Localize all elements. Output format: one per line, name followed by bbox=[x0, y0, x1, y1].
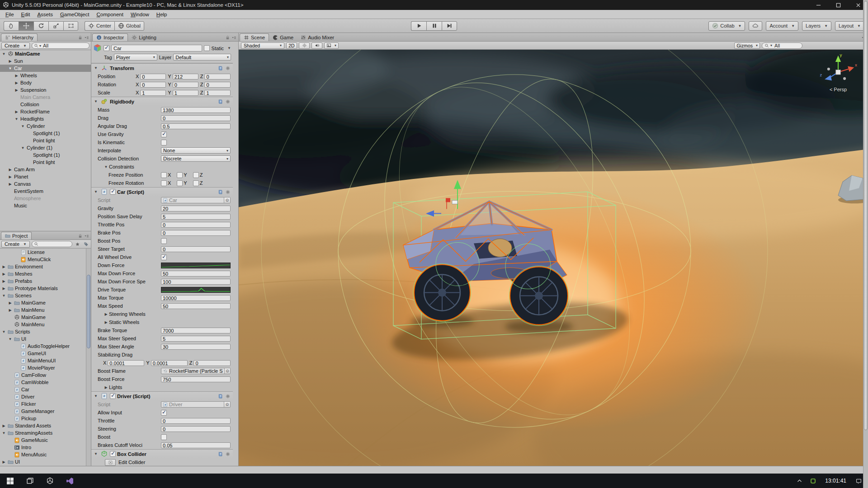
layers-button[interactable]: Layers▼ bbox=[802, 21, 831, 31]
scale-tool-button[interactable] bbox=[48, 21, 63, 31]
project-item-movieplayer[interactable]: #MoviePlayer bbox=[0, 364, 91, 371]
foldout-collapsed-icon[interactable]: ▶ bbox=[7, 308, 13, 312]
project-item-menumusic[interactable]: MenuMusic bbox=[0, 451, 91, 458]
foldout-expanded-icon[interactable]: ▼ bbox=[14, 117, 19, 121]
foldout-collapsed-icon[interactable]: ▶ bbox=[14, 74, 19, 78]
project-item-intro[interactable]: Intro bbox=[0, 444, 91, 451]
hierarchy-item-planet[interactable]: ▶Planet bbox=[0, 173, 91, 180]
taskbar-vs-icon[interactable] bbox=[60, 474, 80, 488]
car-script-y-field[interactable]: 0.0001 bbox=[151, 360, 188, 366]
project-item-standard-assets[interactable]: ▶Standard Assets bbox=[0, 422, 91, 429]
foldout-expanded-icon[interactable]: ▼ bbox=[1, 431, 7, 435]
scene-effects-button[interactable]: ▾ bbox=[324, 42, 339, 49]
allow-input-checkbox[interactable] bbox=[161, 410, 167, 416]
project-item-maingame[interactable]: MainGame bbox=[0, 314, 91, 321]
is-kinematic-checkbox[interactable] bbox=[161, 140, 167, 145]
hierarchy-item-spotlight-1[interactable]: Spotlight (1) bbox=[0, 130, 91, 137]
foldout-collapsed-icon[interactable]: ▶ bbox=[7, 182, 13, 186]
foldout-collapsed-icon[interactable]: ▶ bbox=[7, 59, 13, 63]
project-create-button[interactable]: Create▼ bbox=[1, 241, 30, 248]
component-enabled-checkbox[interactable] bbox=[110, 189, 116, 195]
steer-target-field[interactable]: 0 bbox=[161, 246, 231, 252]
menu-assets[interactable]: Assets bbox=[33, 12, 57, 17]
hierarchy-create-button[interactable]: Create▼ bbox=[1, 42, 30, 49]
foldout-expanded-icon[interactable]: ▼ bbox=[93, 66, 99, 70]
freeze-rotation-z-checkbox[interactable] bbox=[193, 180, 199, 186]
drag-field[interactable]: 0 bbox=[161, 115, 231, 121]
foldout-collapsed-icon[interactable]: ▶ bbox=[1, 286, 7, 291]
search-by-type-button[interactable] bbox=[74, 241, 81, 248]
steering-field[interactable]: 0 bbox=[161, 426, 231, 432]
hand-tool-button[interactable] bbox=[4, 21, 19, 31]
hierarchy-item-suspension[interactable]: ▶Suspension bbox=[0, 86, 91, 94]
start-button[interactable] bbox=[0, 474, 20, 488]
hierarchy-item-canvas[interactable]: ▶Canvas bbox=[0, 180, 91, 188]
menu-component[interactable]: Component bbox=[93, 12, 127, 17]
edit-collider-button[interactable] bbox=[105, 459, 116, 466]
foldout-collapsed-icon[interactable]: ▶ bbox=[103, 385, 109, 389]
layer-dropdown[interactable]: Default▾ bbox=[173, 54, 231, 61]
freeze-position-y-checkbox[interactable] bbox=[177, 172, 183, 178]
hierarchy-item-sun[interactable]: ▶Sun bbox=[0, 57, 91, 65]
project-item-camfollow[interactable]: #CamFollow bbox=[0, 371, 91, 379]
component-enabled-checkbox[interactable] bbox=[110, 451, 116, 457]
rotation-z-field[interactable]: 0 bbox=[204, 82, 231, 88]
drive-torque-curve-field[interactable] bbox=[161, 287, 231, 293]
scene-audio-button[interactable] bbox=[311, 42, 322, 49]
throttle-pos-field[interactable]: 0 bbox=[161, 222, 231, 228]
interpolate-dropdown[interactable]: None▾ bbox=[161, 147, 231, 154]
lock-icon[interactable] bbox=[78, 234, 83, 239]
hierarchy-item-cylinder[interactable]: ▼Cylinder bbox=[0, 122, 91, 130]
boost-flame-object-field[interactable]: RocketFlame (Particle S⊙ bbox=[161, 368, 231, 374]
menu-gameobject[interactable]: GameObject bbox=[57, 12, 93, 17]
brake-torque-field[interactable]: 7000 bbox=[161, 328, 231, 333]
menu-window[interactable]: Window bbox=[127, 12, 153, 17]
foldout-collapsed-icon[interactable]: ▶ bbox=[14, 110, 19, 114]
project-item-ui[interactable]: ▶UI bbox=[0, 458, 91, 465]
project-item-pickup[interactable]: #Pickup bbox=[0, 415, 91, 422]
hierarchy-item-cam-arm[interactable]: ▶Cam Arm bbox=[0, 166, 91, 173]
all-wheel-drive-checkbox[interactable] bbox=[161, 254, 167, 260]
hierarchy-item-point-light[interactable]: Point light bbox=[0, 137, 91, 144]
gameobject-active-checkbox[interactable] bbox=[104, 45, 109, 51]
hierarchy-item-headlights[interactable]: ▼Headlights bbox=[0, 115, 91, 122]
project-item-gameui[interactable]: #GameUI bbox=[0, 350, 91, 357]
scale-z-field[interactable]: 1 bbox=[204, 90, 231, 96]
search-by-label-button[interactable] bbox=[83, 241, 90, 248]
scene-orientation-gizmo[interactable]: y x z < Persp bbox=[816, 52, 861, 92]
play-button[interactable] bbox=[411, 21, 426, 31]
foldout-collapsed-icon[interactable]: ▶ bbox=[1, 265, 7, 269]
max-speed-field[interactable]: 50 bbox=[161, 303, 231, 309]
hierarchy-item-maingame[interactable]: ▼MainGame bbox=[0, 50, 91, 57]
foldout-expanded-icon[interactable]: ▼ bbox=[1, 330, 7, 334]
car-script-x-field[interactable]: 0.0001 bbox=[108, 360, 144, 366]
project-item-gamemanager[interactable]: #GameManager bbox=[0, 408, 91, 415]
pivot-center-button[interactable]: Center bbox=[85, 21, 114, 31]
layout-button[interactable]: Layout▼ bbox=[835, 21, 864, 31]
hierarchy-search-input[interactable]: ▾All bbox=[32, 42, 90, 49]
taskbar-unity-icon[interactable] bbox=[40, 474, 60, 488]
project-item-driver[interactable]: #Driver bbox=[0, 393, 91, 400]
foldout-collapsed-icon[interactable]: ▶ bbox=[103, 312, 109, 316]
panel-menu-icon[interactable] bbox=[231, 35, 236, 40]
tab-project[interactable]: Project bbox=[1, 232, 32, 239]
component-header-driver-script[interactable]: ▼#Driver (Script)? bbox=[91, 391, 233, 400]
position-save-delay-field[interactable]: 5 bbox=[161, 214, 231, 220]
pause-button[interactable] bbox=[426, 21, 442, 31]
component-header-rigidbody[interactable]: ▼Rigidbody? bbox=[91, 97, 233, 106]
step-button[interactable] bbox=[442, 21, 457, 31]
scene-lighting-button[interactable] bbox=[299, 42, 310, 49]
gameobject-name-field[interactable]: Car bbox=[111, 45, 202, 52]
position-y-field[interactable]: 212 bbox=[173, 74, 198, 80]
hierarchy-item-atmosphere[interactable]: Atmosphere bbox=[0, 195, 91, 202]
tab-scene[interactable]: Scene bbox=[240, 33, 269, 41]
project-item-mainmenu[interactable]: ▶MainMenu bbox=[0, 306, 91, 314]
rotate-tool-button[interactable] bbox=[33, 21, 48, 31]
project-item-ui[interactable]: ▼UI bbox=[0, 335, 91, 343]
rotation-x-field[interactable]: 0 bbox=[140, 82, 166, 88]
foldout-expanded-icon[interactable]: ▼ bbox=[20, 124, 26, 128]
project-item-scripts[interactable]: ▼Scripts bbox=[0, 328, 91, 335]
freeze-rotation-y-checkbox[interactable] bbox=[177, 180, 183, 186]
tab-audio-mixer[interactable]: Audio Mixer bbox=[297, 33, 338, 41]
static-dropdown-caret[interactable]: ▼ bbox=[227, 46, 231, 50]
